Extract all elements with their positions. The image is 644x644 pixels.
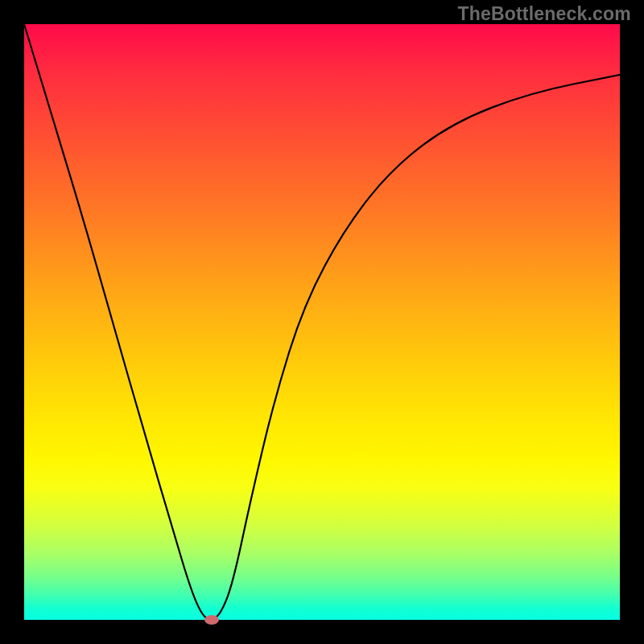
plot-area <box>24 24 620 620</box>
minimum-marker <box>204 615 219 625</box>
watermark-text: TheBottleneck.com <box>457 3 631 25</box>
bottleneck-curve <box>24 24 620 620</box>
chart-frame: TheBottleneck.com <box>0 0 644 644</box>
